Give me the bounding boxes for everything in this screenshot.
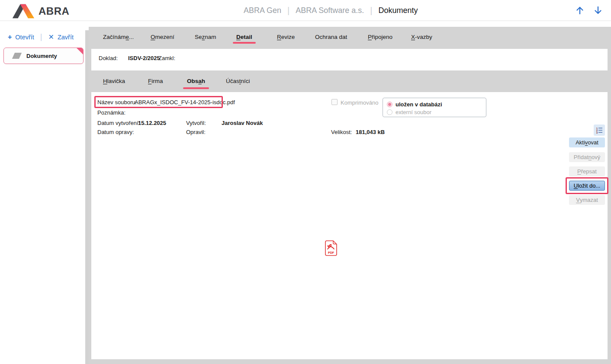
- storage-groupbox: uložen v databázi externí soubor: [383, 98, 486, 117]
- document-header-strip: Doklad: ISDV-2/2025 Zamkl:: [91, 49, 608, 70]
- pridat-novy-button[interactable]: Přidat nový: [569, 152, 605, 162]
- radio-stored-in-db[interactable]: uložen v databázi: [387, 101, 442, 108]
- breadcrumb-separator: |: [287, 6, 289, 16]
- subtab-firma[interactable]: Firma: [148, 70, 163, 92]
- size-label: Velikost:: [331, 129, 352, 135]
- radio-unselected-icon: [387, 109, 392, 115]
- created-by-value: Jaroslav Novák: [222, 120, 263, 126]
- tab-seznam[interactable]: Seznam: [195, 27, 216, 48]
- main-panel: Začínáme... Omezení Seznam Detail Revize…: [89, 27, 611, 364]
- close-button[interactable]: ✕ Zavřít: [48, 33, 74, 41]
- compressed-label: Komprimováno: [341, 99, 378, 106]
- document-icon: [12, 53, 22, 59]
- compressed-checkbox[interactable]: [331, 99, 338, 105]
- breadcrumb-module: Dokumenty: [379, 6, 418, 15]
- breadcrumb: ABRA Gen | ABRA Software a.s. | Dokument…: [244, 0, 418, 21]
- open-button-label: Otevřít: [15, 34, 34, 41]
- logo-wordmark: ABRA: [39, 5, 69, 17]
- abra-logo: ABRA: [12, 3, 69, 19]
- radio-external-file-label: externí soubor: [396, 109, 431, 115]
- plus-icon: +: [8, 33, 12, 41]
- toolbar-divider: |: [40, 32, 42, 42]
- doklad-label: Doklad:: [99, 55, 118, 61]
- arrow-up-icon[interactable]: [575, 5, 585, 16]
- open-button[interactable]: + Otevřít: [8, 33, 34, 41]
- obsah-content: Název souboru: ABRAGx_ISDOC_FV-14-2025-i…: [91, 92, 608, 359]
- note-label: Poznámka:: [97, 109, 125, 116]
- radio-stored-in-db-label: uložen v databázi: [396, 101, 442, 108]
- created-date-label: Datum vytvoření:: [97, 120, 140, 126]
- aktivovat-button[interactable]: Aktivovat: [569, 137, 605, 147]
- tab-x-vazby[interactable]: X-vazby: [411, 27, 432, 48]
- close-icon: ✕: [48, 33, 54, 41]
- close-button-label: Zavřít: [58, 34, 74, 41]
- tab-detail[interactable]: Detail: [236, 27, 252, 48]
- detail-subtabs: Hlavička Firma Obsah Účastníci: [89, 70, 611, 92]
- corner-fold-icon: [77, 48, 83, 54]
- subtab-ucastnici[interactable]: Účastníci: [226, 70, 250, 92]
- tab-zaciname[interactable]: Začínáme...: [103, 27, 134, 48]
- sidebar-item-dokumenty[interactable]: Dokumenty: [3, 48, 84, 64]
- subtab-hlavicka[interactable]: Hlavička: [103, 70, 125, 92]
- svg-text:3: 3: [596, 131, 598, 134]
- vymazat-button[interactable]: Vymazat: [569, 195, 605, 205]
- radio-external-file[interactable]: externí soubor: [387, 109, 431, 115]
- doklad-value: ISDV-2/2025: [128, 55, 160, 61]
- sidebar: + Otevřít | ✕ Zavřít Dokumenty: [0, 21, 85, 364]
- prepsat-button[interactable]: Přepsat: [569, 166, 605, 176]
- tab-pripojeno[interactable]: Připojeno: [368, 27, 392, 48]
- numbered-list-glyph: 1 2 3: [596, 127, 603, 134]
- modified-by-label: Opravil:: [186, 129, 206, 135]
- modified-date-label: Datum opravy:: [97, 129, 134, 135]
- created-date-value: 15.12.2025: [138, 120, 166, 126]
- size-value: 181,043 kB: [356, 129, 385, 135]
- created-by-label: Vytvořil:: [186, 120, 206, 126]
- app-header: ABRA ABRA Gen | ABRA Software a.s. | Dok…: [0, 0, 611, 21]
- numbered-list-icon[interactable]: 1 2 3: [594, 125, 605, 136]
- panel-splitter[interactable]: [85, 30, 89, 364]
- sidebar-item-label: Dokumenty: [26, 53, 57, 59]
- breadcrumb-app: ABRA Gen: [244, 6, 281, 15]
- zamkl-label: Zamkl:: [158, 55, 175, 61]
- subtab-obsah[interactable]: Obsah: [187, 70, 205, 92]
- arrow-down-icon[interactable]: [593, 5, 603, 16]
- tab-revize[interactable]: Revize: [277, 27, 295, 48]
- tab-ochrana-dat[interactable]: Ochrana dat: [315, 27, 347, 48]
- pdf-file-icon[interactable]: PDF: [325, 240, 338, 256]
- breadcrumb-company: ABRA Software a.s.: [296, 6, 364, 15]
- breadcrumb-separator: |: [370, 6, 372, 16]
- tab-omezeni[interactable]: Omezení: [151, 27, 174, 48]
- pdf-badge-text: PDF: [328, 251, 334, 254]
- abra-logo-icon: [12, 3, 35, 19]
- file-name-value[interactable]: ABRAGx_ISDOC_FV-14-2025-isdoc.pdf: [135, 99, 235, 105]
- file-name-label: Název souboru:: [97, 99, 137, 105]
- radio-selected-icon: [387, 102, 392, 107]
- ulozit-do-button[interactable]: Uložit do...: [569, 181, 605, 191]
